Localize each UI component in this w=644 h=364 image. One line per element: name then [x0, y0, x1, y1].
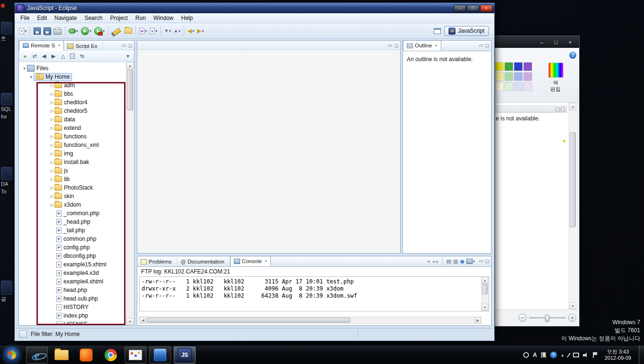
menu-search[interactable]: Search	[80, 14, 106, 22]
tree-item-folder[interactable]: ▷install.bak	[19, 158, 126, 166]
scroll-right-button[interactable]: ▶	[474, 317, 481, 323]
open-perspective-button[interactable]	[433, 25, 442, 36]
desktop-icon[interactable]	[1, 281, 12, 295]
dropdown-arrow-icon[interactable]: ▾	[192, 29, 194, 33]
expand-arrow-icon[interactable]: ▷	[49, 152, 54, 156]
scroll-down-button[interactable]: ▼	[126, 318, 134, 325]
taskbar-eclipse-button[interactable]: JS	[174, 346, 196, 364]
expand-arrow-icon[interactable]: ▷	[49, 109, 54, 113]
up-button[interactable]: △	[59, 52, 67, 61]
paint-minimize-button[interactable]: –	[535, 38, 549, 46]
minimize-button[interactable]: −	[454, 5, 466, 12]
back-history-button[interactable]: ◀▾	[187, 25, 195, 36]
tab-documentation[interactable]: @Documentation	[178, 257, 230, 266]
color-swatch[interactable]	[514, 72, 523, 81]
minimize-view-icon[interactable]: ▭	[388, 43, 392, 48]
action-center-flag-icon[interactable]	[592, 352, 597, 358]
tab-console[interactable]: Console×	[230, 256, 271, 266]
tree-item-folder[interactable]: ▷PhotoStack	[19, 183, 126, 192]
dropdown-arrow-icon[interactable]: ▾	[25, 29, 27, 33]
expand-arrow-icon[interactable]: ▷	[49, 186, 54, 190]
help-button[interactable]: ?	[569, 52, 576, 59]
dropdown-arrow-icon[interactable]: ▾	[179, 29, 180, 33]
next-annotation-button[interactable]: ▲▾	[173, 25, 181, 36]
desktop-icon[interactable]	[1, 167, 12, 180]
help-bubble-icon[interactable]: ?	[550, 352, 557, 358]
tray-expand-icon[interactable]: ▲	[561, 353, 564, 357]
forward-history-button[interactable]: ▶▾	[196, 25, 205, 36]
display-icon[interactable]	[573, 353, 579, 357]
expand-arrow-icon[interactable]: ▷	[49, 169, 54, 173]
tree-item-folder[interactable]: ▷cheditor4	[19, 98, 126, 107]
search-button[interactable]	[111, 25, 123, 36]
paint-maximize-button[interactable]: □	[549, 38, 563, 46]
scrollbar-thumb[interactable]	[147, 318, 350, 323]
maximize-button[interactable]: □	[467, 5, 479, 12]
tab-problems[interactable]: Problems	[137, 257, 178, 266]
zoom-slider[interactable]	[529, 317, 566, 318]
color-swatch[interactable]	[514, 82, 523, 91]
scroll-down-button[interactable]: ▼	[482, 304, 488, 311]
taskbar-chrome-button[interactable]	[100, 346, 122, 364]
scroll-lock-icon[interactable]: ▥	[453, 258, 458, 264]
scroll-up-button[interactable]: ▲	[126, 62, 134, 69]
expand-arrow-icon[interactable]: ▷	[49, 83, 54, 88]
eclipse-titlebar[interactable]: JavaScript - Eclipse − □ ×	[15, 3, 494, 13]
color-swatch[interactable]	[504, 62, 513, 71]
pin-console-icon[interactable]: ◉	[460, 258, 465, 264]
volume-icon[interactable]	[583, 353, 589, 358]
collapse-all-button[interactable]: −	[68, 52, 77, 61]
console-output[interactable]: -rw-r--r-- 1 kkl102 kkl102 3115 Apr 17 1…	[139, 276, 489, 311]
scroll-down-button[interactable]: ▼	[569, 302, 576, 309]
paint-scrollbar[interactable]: ▲ ▼	[569, 103, 577, 309]
menu-run[interactable]: Run	[132, 14, 150, 22]
color-swatch[interactable]	[495, 62, 504, 71]
save-all-button[interactable]	[43, 25, 52, 36]
color-swatch[interactable]	[523, 62, 532, 71]
menu-window[interactable]: Window	[150, 14, 178, 22]
scroll-up-button[interactable]: ▲	[569, 103, 576, 110]
taskbar-ie-button[interactable]: e	[26, 346, 48, 364]
expand-arrow-icon[interactable]: ▷	[49, 160, 54, 164]
console-horizontal-scrollbar[interactable]: ◀ ▶	[139, 317, 482, 324]
tree-item-file[interactable]: head.sub.php	[19, 294, 126, 303]
tree-item-folder[interactable]: ▷functions	[19, 132, 126, 141]
paint-titlebar[interactable]: – □ ×	[493, 36, 579, 48]
menu-file[interactable]: File	[17, 14, 33, 22]
tree-item-folder[interactable]: ▷bbs	[19, 90, 126, 98]
tree-item-file[interactable]: LICENSE	[19, 320, 126, 325]
paint-canvas[interactable]: e is not available.	[493, 103, 569, 309]
tree-item-file[interactable]: example4.x3d	[19, 269, 126, 277]
link-with-editor-button[interactable]: ⇆	[78, 52, 86, 61]
color-swatch[interactable]	[504, 72, 513, 81]
maximize-view-icon[interactable]: ◻	[485, 43, 489, 48]
tree-item-folder[interactable]: ▷cheditor5	[19, 107, 126, 115]
zoom-slider-thumb[interactable]	[545, 315, 549, 322]
new-wizard-button[interactable]: ▾	[18, 25, 27, 36]
start-button[interactable]	[3, 346, 21, 364]
color-swatch[interactable]	[523, 82, 532, 91]
dropdown-arrow-icon[interactable]: ▾	[155, 29, 157, 33]
tree-item-file[interactable]: _common.php	[19, 209, 126, 218]
color-swatch[interactable]	[495, 82, 504, 91]
tree-item-file[interactable]: _head.php	[19, 218, 126, 226]
tree-item-file[interactable]: head.php	[19, 286, 126, 294]
remove-all-launches-icon[interactable]: ××	[432, 259, 438, 264]
taskbar-explorer-button[interactable]	[51, 346, 72, 364]
maximize-view-icon[interactable]: ◻	[128, 43, 132, 48]
tab-script-explorer[interactable]: Script Ex	[64, 41, 103, 51]
expand-arrow-icon[interactable]: ▷	[49, 194, 54, 199]
menu-edit[interactable]: Edit	[33, 14, 51, 22]
expand-arrow-icon[interactable]: ▷	[49, 126, 54, 130]
print-button[interactable]	[53, 25, 63, 36]
zoom-out-button[interactable]: −	[519, 314, 527, 322]
close-tab-icon[interactable]: ×	[435, 43, 437, 48]
tab-outline[interactable]: Outline ×	[403, 40, 441, 51]
pen-icon[interactable]	[568, 353, 569, 358]
menu-navigate[interactable]: Navigate	[51, 14, 80, 22]
expand-arrow-icon[interactable]: ▷	[49, 118, 54, 122]
tree-item-folder[interactable]: ▷data	[19, 115, 126, 124]
taskbar-media-player-button[interactable]	[75, 346, 97, 364]
edit-colors-icon[interactable]	[548, 63, 564, 78]
previous-annotation-button[interactable]: ▼▾	[163, 25, 172, 36]
